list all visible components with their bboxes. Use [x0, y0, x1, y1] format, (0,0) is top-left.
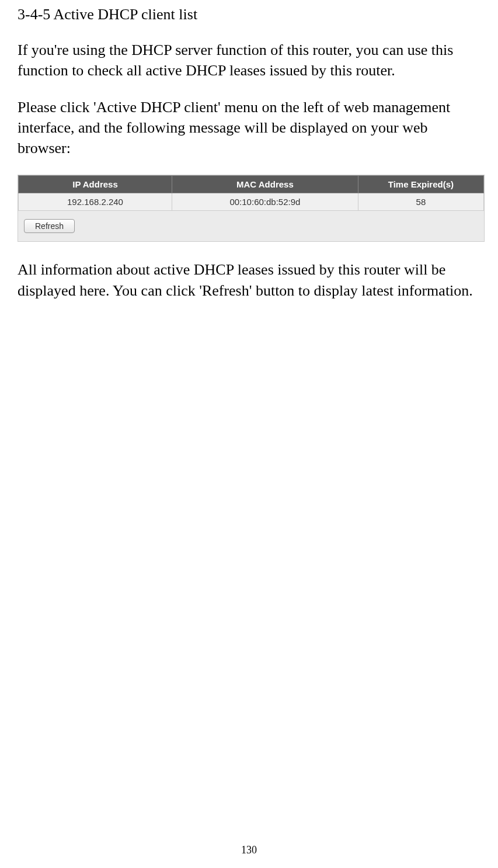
header-mac-address: MAC Address — [172, 176, 358, 193]
refresh-button[interactable]: Refresh — [24, 219, 75, 233]
table-row: 192.168.2.240 00:10:60:db:52:9d 58 — [19, 193, 484, 211]
button-area: Refresh — [18, 211, 484, 241]
intro-paragraph-2: Please click 'Active DHCP client' menu o… — [18, 97, 480, 158]
cell-ip-address: 192.168.2.240 — [19, 193, 172, 211]
table-header-row: IP Address MAC Address Time Expired(s) — [19, 176, 484, 193]
page-number: 130 — [0, 844, 498, 856]
section-heading: 3-4-5 Active DHCP client list — [18, 6, 480, 23]
info-paragraph-3: All information about active DHCP leases… — [18, 259, 480, 300]
cell-mac-address: 00:10:60:db:52:9d — [172, 193, 358, 211]
dhcp-screenshot: IP Address MAC Address Time Expired(s) 1… — [18, 175, 485, 242]
cell-time-expired: 58 — [358, 193, 483, 211]
dhcp-client-table: IP Address MAC Address Time Expired(s) 1… — [18, 175, 484, 211]
intro-paragraph-1: If you're using the DHCP server function… — [18, 40, 480, 81]
header-time-expired: Time Expired(s) — [358, 176, 483, 193]
header-ip-address: IP Address — [19, 176, 172, 193]
